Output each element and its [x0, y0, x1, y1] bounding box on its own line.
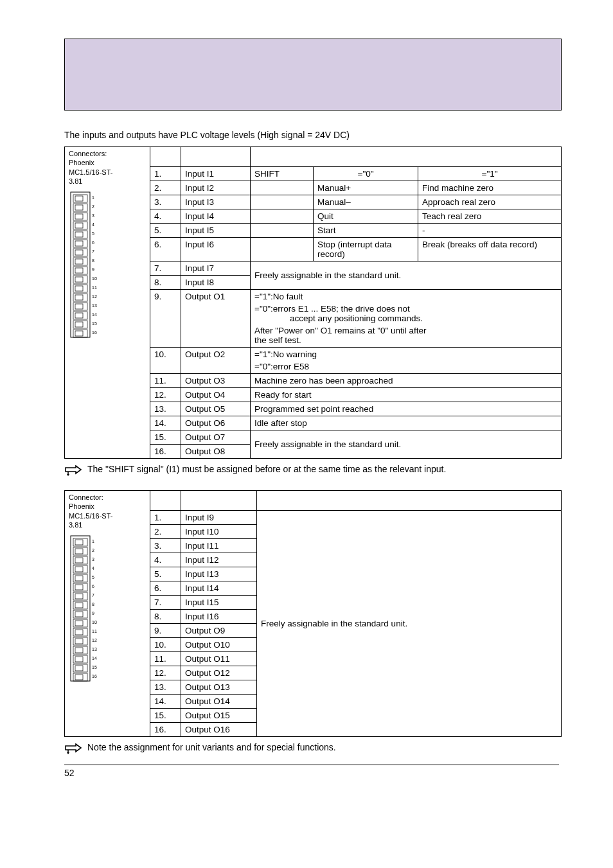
- meaning-cell: Freely assignable in the standard unit.: [251, 430, 562, 459]
- shift-col: ="0": [314, 167, 418, 181]
- svg-text:13: 13: [92, 647, 97, 651]
- pin-num: 2.: [150, 525, 181, 539]
- svg-text:16: 16: [92, 330, 97, 335]
- meaning-cell: ="1":No fault ="0":errors E1 ... E58; th…: [251, 290, 562, 348]
- svg-rect-63: [75, 594, 83, 599]
- svg-text:11: 11: [92, 629, 97, 633]
- pin-signal: Output O2: [181, 348, 251, 374]
- conn-line: Phoenix: [69, 502, 94, 510]
- svg-text:4: 4: [92, 222, 94, 227]
- header-box: [64, 39, 562, 111]
- svg-rect-32: [75, 331, 83, 336]
- pin-num: 2.: [150, 181, 181, 195]
- pin-signal: Output O6: [181, 416, 251, 430]
- connector-label-2: Connector: Phoenix MC1.5/16-ST- 3.81: [69, 493, 146, 529]
- svg-text:3: 3: [92, 213, 94, 218]
- meaning-cell: Idle after stop: [251, 416, 562, 430]
- pin-num: 5.: [150, 567, 181, 581]
- svg-rect-6: [75, 214, 83, 219]
- pin-signal: Input I14: [181, 581, 257, 596]
- pin-num: 8.: [150, 276, 181, 290]
- meaning-cell: Ready for start: [251, 388, 562, 402]
- pin-signal: Output O3: [181, 374, 251, 388]
- pin-signal: Output O8: [181, 445, 251, 459]
- shift-col: SHIFT: [251, 167, 314, 181]
- svg-rect-14: [75, 250, 83, 255]
- svg-text:15: 15: [92, 321, 97, 326]
- pin-num: 6.: [150, 581, 181, 596]
- svg-rect-79: [75, 666, 83, 671]
- pin-signal: Output O15: [181, 709, 257, 723]
- svg-text:11: 11: [92, 285, 97, 290]
- svg-rect-69: [75, 621, 83, 626]
- conn-line: MC1.5/16-ST-: [69, 512, 112, 520]
- pin-num: 4.: [150, 209, 181, 224]
- svg-rect-67: [75, 612, 83, 617]
- svg-rect-73: [75, 639, 83, 644]
- pin-signal: Input I5: [181, 224, 251, 238]
- pin-num: 13.: [150, 680, 181, 695]
- pin-signal: Output O7: [181, 430, 251, 445]
- svg-rect-8: [75, 223, 83, 228]
- note-1: The "SHIFT signal" (I1) must be assigned…: [64, 464, 562, 479]
- pin-num: 13.: [150, 402, 181, 416]
- pin-signal: Input I15: [181, 596, 257, 610]
- svg-text:14: 14: [92, 312, 97, 317]
- svg-rect-4: [75, 205, 83, 210]
- meaning-cell: Freely assignable in the standard unit.: [257, 511, 562, 737]
- meaning-cell: Manual–: [314, 195, 418, 209]
- meaning-cell: Manual+: [314, 181, 418, 195]
- pin-signal: Input I9: [181, 511, 257, 525]
- pin-signal: Output O13: [181, 680, 257, 695]
- svg-rect-30: [75, 322, 83, 327]
- pin-num: 9.: [150, 624, 181, 638]
- svg-text:4: 4: [92, 566, 94, 571]
- pin-signal: Input I10: [181, 525, 257, 539]
- svg-text:10: 10: [92, 276, 97, 281]
- pin-signal: Output O5: [181, 402, 251, 416]
- meaning-cell: Teach real zero: [418, 209, 562, 224]
- pin-signal: Input I13: [181, 567, 257, 581]
- svg-text:12: 12: [92, 638, 97, 642]
- pin-num: 6.: [150, 238, 181, 261]
- svg-text:7: 7: [92, 249, 94, 254]
- svg-text:9: 9: [92, 267, 94, 272]
- svg-rect-22: [75, 286, 83, 291]
- pin-num: 15.: [150, 430, 181, 445]
- meaning-cell: -: [418, 224, 562, 238]
- intro-text: The inputs and outputs have PLC voltage …: [64, 130, 562, 140]
- pin-signal: Input I11: [181, 539, 257, 553]
- svg-text:5: 5: [92, 231, 94, 236]
- meaning-cell: Find machine zero: [418, 181, 562, 195]
- pin-num: 5.: [150, 224, 181, 238]
- pin-num: 7.: [150, 261, 181, 276]
- pin-num: 12.: [150, 666, 181, 680]
- pin-num: 15.: [150, 709, 181, 723]
- note-text: The "SHIFT signal" (I1) must be assigned…: [87, 464, 446, 474]
- pin-signal: Input I8: [181, 276, 251, 290]
- pin-signal: Input I3: [181, 195, 251, 209]
- pin-signal: Input I16: [181, 610, 257, 624]
- pin-num: 12.: [150, 388, 181, 402]
- svg-text:9: 9: [92, 611, 94, 616]
- svg-rect-81: [75, 675, 83, 680]
- svg-rect-10: [75, 232, 83, 237]
- svg-rect-28: [75, 313, 83, 318]
- svg-rect-71: [75, 630, 83, 635]
- conn-line: Connector:: [69, 493, 103, 501]
- svg-text:8: 8: [92, 258, 94, 263]
- meaning-cell: Start: [314, 224, 418, 238]
- svg-text:1: 1: [92, 539, 94, 544]
- svg-rect-53: [75, 549, 83, 554]
- pin-num: 3.: [150, 539, 181, 553]
- pin-num: 1.: [150, 511, 181, 525]
- meaning-cell: Approach real zero: [418, 195, 562, 209]
- connector-diagram-2: 123 456 789 101112 131415 16: [69, 535, 146, 684]
- o1-line: the self test.: [254, 335, 301, 345]
- pin-signal: Output O11: [181, 652, 257, 666]
- svg-text:16: 16: [92, 674, 97, 678]
- meaning-cell: Stop (interrupt data record): [314, 238, 418, 261]
- pin-num: 14.: [150, 695, 181, 709]
- svg-rect-2: [75, 196, 83, 201]
- note-text: Note the assignment for unit variants an…: [87, 742, 336, 752]
